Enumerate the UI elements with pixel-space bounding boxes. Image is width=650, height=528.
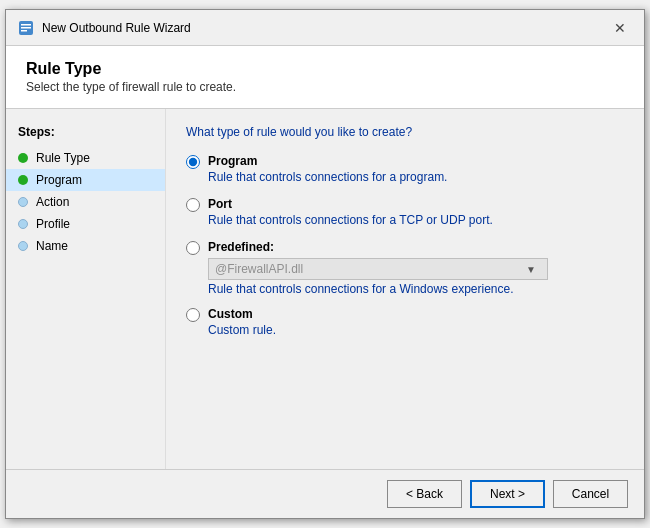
- port-label[interactable]: Port: [208, 197, 232, 211]
- svg-rect-1: [21, 24, 31, 26]
- predefined-label[interactable]: Predefined:: [208, 240, 274, 254]
- program-option-content: Program Rule that controls connections f…: [208, 153, 624, 184]
- page-title: Rule Type: [26, 60, 624, 78]
- titlebar: New Outbound Rule Wizard ✕: [6, 10, 644, 46]
- window-title: New Outbound Rule Wizard: [42, 21, 600, 35]
- step-dot-profile: [18, 219, 28, 229]
- custom-label[interactable]: Custom: [208, 307, 253, 321]
- sidebar-item-rule-type[interactable]: Rule Type: [6, 147, 165, 169]
- page-header: Rule Type Select the type of firewall ru…: [6, 46, 644, 109]
- program-radio[interactable]: [186, 155, 200, 169]
- back-button[interactable]: < Back: [387, 480, 462, 508]
- content-area: Steps: Rule Type Program Action Profile …: [6, 109, 644, 469]
- step-dot-rule-type: [18, 153, 28, 163]
- predefined-select-wrapper: @FirewallAPI.dll ▼: [208, 258, 624, 280]
- program-desc: Rule that controls connections for a pro…: [208, 170, 624, 184]
- next-button[interactable]: Next >: [470, 480, 545, 508]
- sidebar-item-profile[interactable]: Profile: [6, 213, 165, 235]
- sidebar-label-program: Program: [36, 173, 82, 187]
- sidebar: Steps: Rule Type Program Action Profile …: [6, 109, 166, 469]
- question-text: What type of rule would you like to crea…: [186, 125, 624, 139]
- steps-label: Steps:: [6, 121, 165, 147]
- step-dot-action: [18, 197, 28, 207]
- sidebar-label-rule-type: Rule Type: [36, 151, 90, 165]
- predefined-radio[interactable]: [186, 241, 200, 255]
- custom-option-row: Custom Custom rule.: [186, 306, 624, 337]
- predefined-option-row: Predefined: @FirewallAPI.dll ▼ Rule that…: [186, 239, 624, 296]
- window-icon: [18, 20, 34, 36]
- custom-desc: Custom rule.: [208, 323, 624, 337]
- close-button[interactable]: ✕: [608, 16, 632, 40]
- step-dot-name: [18, 241, 28, 251]
- sidebar-label-profile: Profile: [36, 217, 70, 231]
- port-option-row: Port Rule that controls connections for …: [186, 196, 624, 227]
- step-dot-program: [18, 175, 28, 185]
- predefined-dropdown[interactable]: @FirewallAPI.dll: [208, 258, 548, 280]
- main-panel: What type of rule would you like to crea…: [166, 109, 644, 469]
- port-option-content: Port Rule that controls connections for …: [208, 196, 624, 227]
- custom-radio[interactable]: [186, 308, 200, 322]
- page-subtitle: Select the type of firewall rule to crea…: [26, 80, 624, 94]
- svg-rect-3: [21, 30, 27, 32]
- predefined-option-content: Predefined: @FirewallAPI.dll ▼ Rule that…: [208, 239, 624, 296]
- custom-option-content: Custom Custom rule.: [208, 306, 624, 337]
- port-desc: Rule that controls connections for a TCP…: [208, 213, 624, 227]
- footer: < Back Next > Cancel: [6, 469, 644, 518]
- svg-rect-2: [21, 27, 31, 29]
- sidebar-item-program[interactable]: Program: [6, 169, 165, 191]
- predefined-desc: Rule that controls connections for a Win…: [208, 282, 624, 296]
- sidebar-label-action: Action: [36, 195, 69, 209]
- sidebar-item-name[interactable]: Name: [6, 235, 165, 257]
- sidebar-label-name: Name: [36, 239, 68, 253]
- program-option-row: Program Rule that controls connections f…: [186, 153, 624, 184]
- program-label[interactable]: Program: [208, 154, 257, 168]
- options-area: Program Rule that controls connections f…: [186, 153, 624, 453]
- cancel-button[interactable]: Cancel: [553, 480, 628, 508]
- port-radio[interactable]: [186, 198, 200, 212]
- dialog-window: New Outbound Rule Wizard ✕ Rule Type Sel…: [5, 9, 645, 519]
- sidebar-item-action[interactable]: Action: [6, 191, 165, 213]
